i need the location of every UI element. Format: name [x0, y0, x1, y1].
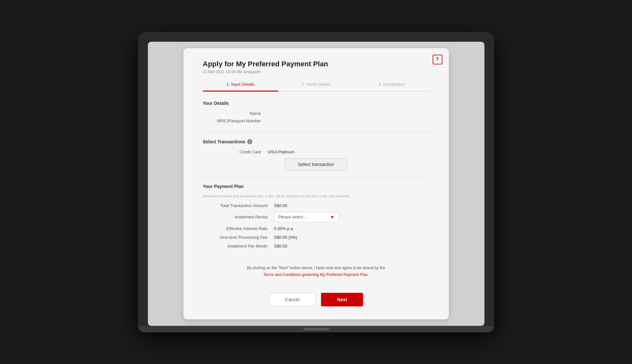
interest-rate-label: Effective Interest Rate	[203, 226, 274, 231]
instalment-per-month-label: Instalment Per Month	[203, 244, 274, 248]
credit-card-label: Credit Card	[203, 149, 268, 154]
transactions-section: Select Transactions i Credit Card VISA P…	[203, 139, 429, 177]
terms-link[interactable]: Terms and Conditions governing My Prefer…	[263, 272, 369, 277]
total-amount-label: Total Transaction Amount	[203, 203, 274, 208]
help-button[interactable]: ?	[433, 55, 442, 64]
nric-row: NRIC/Passport Number	[203, 118, 429, 123]
instalment-period-row: Instalment Period Please select ... ▼	[203, 212, 429, 222]
steps-row: 1. Input Details 2. Verify Details 3. Co…	[203, 82, 429, 92]
name-row: Name	[203, 111, 429, 116]
nric-label: NRIC/Passport Number	[203, 118, 268, 123]
consent-text: By clicking on the "Next" button below, …	[203, 266, 429, 270]
interest-rate-value: 0.00% p.a.	[274, 226, 294, 231]
step-2[interactable]: 2. Verify Details	[278, 82, 354, 91]
modal-title: Apply for My Preferred Payment Plan	[203, 60, 429, 68]
next-button[interactable]: Next	[321, 293, 363, 306]
instalment-per-month-row: Instalment Per Month S$0.00	[203, 244, 429, 248]
select-transaction-button[interactable]: Select transaction	[285, 158, 347, 171]
payment-plan-title: Your Payment Plan	[203, 184, 429, 189]
select-transactions-title: Select Transactions i	[203, 139, 429, 144]
buttons-row: Cancel Next	[203, 293, 429, 306]
cancel-button[interactable]: Cancel	[269, 293, 316, 306]
modal-subtitle: 23 Mar 2021 10:09 AM Singapore	[203, 70, 429, 74]
step-3[interactable]: 3. Completion	[354, 82, 429, 91]
processing-fee-row: One-time Processing Fee S$0.00 (0%)	[203, 235, 429, 240]
chevron-down-icon: ▼	[330, 215, 335, 220]
instalment-per-month-value: S$0.00	[274, 244, 287, 248]
your-details-title: Your Details	[203, 101, 429, 106]
total-amount-row: Total Transaction Amount S$0.00	[203, 203, 429, 208]
info-icon: i	[247, 139, 252, 144]
payment-plan-section: Your Payment Plan Instalment amount and …	[203, 184, 429, 259]
consent-section: By clicking on the "Next" button below, …	[203, 266, 429, 285]
credit-card-row: Credit Card VISA Platinum	[203, 149, 429, 154]
interest-rate-row: Effective Interest Rate 0.00% p.a.	[203, 226, 429, 231]
instalment-period-placeholder: Please select ...	[278, 215, 308, 219]
instalment-period-select[interactable]: Please select ... ▼	[274, 212, 339, 222]
payment-note: Instalment amount and processing fee, if…	[203, 194, 429, 198]
processing-fee-label: One-time Processing Fee	[203, 235, 274, 240]
processing-fee-value: S$0.00 (0%)	[274, 235, 297, 240]
your-details-section: Your Details Name NRIC/Passport Number	[203, 101, 429, 133]
step-1[interactable]: 1. Input Details	[203, 82, 278, 92]
total-amount-value: S$0.00	[274, 203, 287, 208]
instalment-period-label: Instalment Period	[203, 215, 274, 219]
modal-container: ? Apply for My Preferred Payment Plan 23…	[183, 48, 449, 319]
credit-card-value: VISA Platinum	[268, 149, 294, 154]
name-label: Name	[203, 111, 268, 116]
